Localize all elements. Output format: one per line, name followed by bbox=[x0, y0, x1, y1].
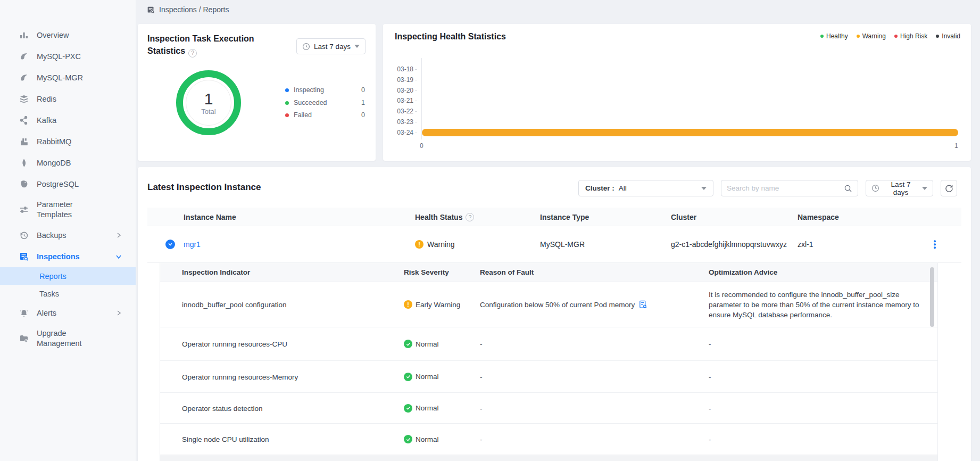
sidebar-item-label: Parameter Templates bbox=[37, 200, 81, 220]
sidebar: Overview MySQL-PXC MySQL-MGR Redis Kafka bbox=[0, 0, 136, 461]
legend-label: Inspecting bbox=[294, 86, 324, 94]
task-card-title: Inspection Task Execution Statistics? bbox=[147, 32, 286, 57]
y-axis-tick: 03-24 bbox=[389, 129, 417, 136]
indicator-cell: innodb_buffer_pool configuration bbox=[182, 301, 286, 309]
search-input[interactable] bbox=[727, 184, 844, 192]
advice-cell: - bbox=[709, 404, 711, 412]
breadcrumb-report-icon bbox=[147, 6, 155, 14]
sidebar-item-overview[interactable]: Overview bbox=[0, 24, 136, 46]
col-health-status-label: Health Status bbox=[415, 213, 462, 221]
y-axis-tick: 03-21 bbox=[389, 97, 417, 104]
success-badge-icon bbox=[404, 404, 412, 413]
severity-cell: Normal bbox=[404, 373, 439, 381]
instance-name-link[interactable]: mgr1 bbox=[184, 240, 201, 249]
namespace-cell: zxl-1 bbox=[798, 240, 813, 249]
latest-inspection-card: Latest Inspection Instance Cluster : All… bbox=[138, 167, 971, 461]
cluster-cell: g2-c1-abcdefghijklmnopqrstuvwxyz bbox=[671, 240, 787, 249]
sidebar-item-kafka[interactable]: Kafka bbox=[0, 110, 136, 131]
search-icon[interactable] bbox=[844, 184, 852, 193]
col-optimization-advice: Optimization Advice bbox=[709, 263, 777, 282]
subtable-bottom-strip bbox=[160, 455, 937, 461]
warning-badge-icon: ! bbox=[404, 300, 412, 309]
kafka-icon bbox=[19, 116, 29, 125]
legend-item-invalid[interactable]: Invalid bbox=[936, 32, 960, 40]
refresh-button[interactable] bbox=[941, 180, 957, 196]
severity-text: Normal bbox=[416, 340, 439, 348]
sidebar-item-tasks[interactable]: Tasks bbox=[0, 285, 136, 302]
y-axis-tick: 03-19 bbox=[389, 76, 417, 84]
collapse-row-toggle[interactable] bbox=[165, 240, 175, 249]
sidebar-item-redis[interactable]: Redis bbox=[0, 88, 136, 110]
y-axis-line bbox=[421, 58, 422, 139]
subtable-scrollbar[interactable] bbox=[930, 267, 934, 327]
instances-period-select[interactable]: Last 7 days bbox=[866, 180, 933, 196]
sidebar-item-parameter-templates[interactable]: Parameter Templates bbox=[0, 195, 136, 225]
reason-cell: Configuration below 50% of current Pod m… bbox=[480, 300, 647, 309]
col-reason-of-fault: Reason of Fault bbox=[480, 263, 534, 282]
y-axis-tick: 03-18 bbox=[389, 65, 417, 73]
instances-table-header: Instance Name Health Status ? Instance T… bbox=[147, 208, 961, 226]
sidebar-item-postgresql[interactable]: PostgreSQL bbox=[0, 174, 136, 195]
success-badge-icon bbox=[404, 435, 412, 443]
backups-history-icon bbox=[19, 230, 29, 240]
parameter-templates-icon bbox=[19, 205, 29, 215]
help-icon[interactable]: ? bbox=[466, 213, 474, 221]
legend-item-failed: Failed 0 bbox=[285, 110, 365, 120]
advice-cell: - bbox=[709, 435, 711, 443]
health-status-text: Warning bbox=[427, 240, 455, 249]
sidebar-item-backups[interactable]: Backups bbox=[0, 225, 136, 246]
legend-label: Failed bbox=[294, 111, 312, 119]
health-chart-legend: Healthy Warning High Risk Invalid bbox=[820, 32, 960, 40]
sidebar-item-label: Tasks bbox=[39, 290, 59, 298]
instance-row-mgr1: mgr1 ! Warning MySQL-MGR g2-c1-abcdefghi… bbox=[147, 226, 961, 263]
view-report-icon[interactable] bbox=[638, 300, 647, 309]
legend-item-healthy[interactable]: Healthy bbox=[820, 32, 848, 40]
sidebar-item-reports[interactable]: Reports bbox=[0, 267, 136, 285]
sidebar-item-label: MySQL-PXC bbox=[37, 52, 81, 62]
subtable-row: innodb_buffer_pool configuration ! Early… bbox=[160, 282, 937, 327]
subtable-row: Operator status detection Normal - - bbox=[160, 392, 937, 423]
sidebar-item-inspections[interactable]: Inspections bbox=[0, 246, 136, 267]
legend-item-warning[interactable]: Warning bbox=[857, 32, 886, 40]
help-icon[interactable]: ? bbox=[188, 49, 197, 57]
success-badge-icon bbox=[404, 373, 412, 381]
legend-dot-blue bbox=[285, 88, 289, 92]
sidebar-item-alerts[interactable]: Alerts bbox=[0, 302, 136, 324]
reason-cell: - bbox=[480, 435, 483, 443]
task-period-select[interactable]: Last 7 days bbox=[296, 38, 366, 54]
sidebar-item-label: MySQL-MGR bbox=[37, 73, 83, 83]
app-root: Overview MySQL-PXC MySQL-MGR Redis Kafka bbox=[0, 0, 980, 461]
inspections-report-icon bbox=[19, 252, 29, 261]
y-axis-tick: 03-22 bbox=[389, 108, 417, 115]
legend-value: 0 bbox=[361, 86, 365, 94]
col-health-status: Health Status ? bbox=[415, 208, 474, 226]
instance-type-cell: MySQL-MGR bbox=[540, 240, 585, 249]
col-inspection-indicator: Inspection Indicator bbox=[182, 263, 250, 282]
row-actions-menu[interactable] bbox=[932, 238, 938, 251]
severity-cell: Normal bbox=[404, 340, 439, 348]
warning-bar-03-24[interactable] bbox=[422, 129, 958, 136]
chevron-right-icon bbox=[115, 310, 122, 316]
inspection-detail-subtable: Inspection Indicator Risk Severity Reaso… bbox=[160, 263, 938, 461]
clock-icon bbox=[302, 43, 310, 51]
legend-item-succeeded: Succeeded 1 bbox=[285, 97, 365, 108]
legend-label: Succeeded bbox=[294, 99, 327, 106]
clock-icon bbox=[871, 184, 879, 192]
sidebar-item-mysql-mgr[interactable]: MySQL-MGR bbox=[0, 67, 136, 88]
task-period-value: Last 7 days bbox=[314, 43, 351, 51]
subtable-row: Operator running resources-Memory Normal… bbox=[160, 360, 937, 392]
instances-table: Instance Name Health Status ? Instance T… bbox=[147, 208, 961, 263]
legend-item-high-risk[interactable]: High Risk bbox=[894, 32, 927, 40]
sidebar-item-mongodb[interactable]: MongoDB bbox=[0, 152, 136, 174]
sidebar-item-label: Kafka bbox=[37, 116, 56, 126]
sidebar-item-rabbitmq[interactable]: RabbitMQ bbox=[0, 131, 136, 152]
sidebar-item-label: Inspections bbox=[37, 252, 80, 262]
sidebar-item-upgrade-management[interactable]: Upgrade Management bbox=[0, 324, 136, 353]
subtable-header: Inspection Indicator Risk Severity Reaso… bbox=[160, 263, 937, 282]
sidebar-item-mysql-pxc[interactable]: MySQL-PXC bbox=[0, 46, 136, 67]
advice-cell: It is recommended to configure the innod… bbox=[709, 290, 921, 320]
indicator-cell: Operator running resources-CPU bbox=[182, 340, 287, 348]
cluster-filter-select[interactable]: Cluster : All bbox=[578, 180, 713, 196]
reason-cell: - bbox=[480, 340, 483, 348]
legend-label: Invalid bbox=[942, 32, 960, 40]
